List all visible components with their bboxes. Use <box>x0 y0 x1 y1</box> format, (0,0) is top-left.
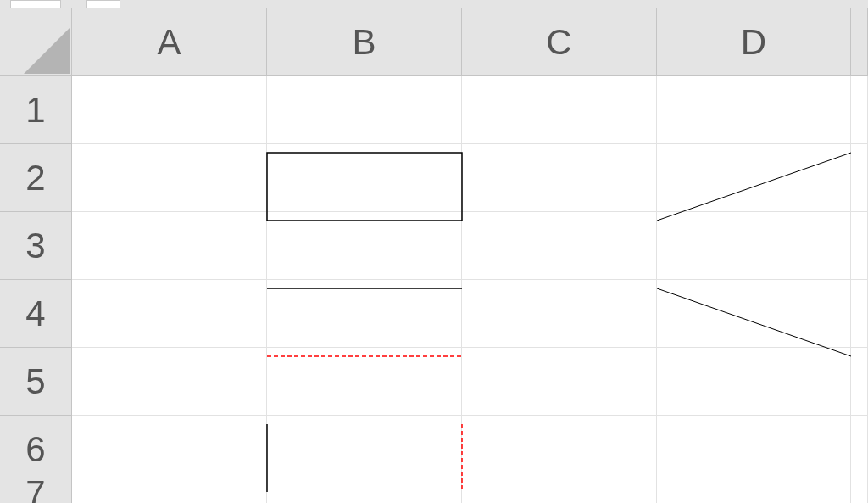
row-6: 6 <box>0 416 868 483</box>
cell-C6[interactable] <box>462 416 657 483</box>
svg-marker-0 <box>24 28 70 74</box>
cell-B6[interactable] <box>267 416 462 483</box>
cell-E5-partial[interactable] <box>851 348 868 416</box>
col-header-B[interactable]: B <box>267 8 462 76</box>
cell-E1-partial[interactable] <box>851 76 868 144</box>
cell-D6[interactable] <box>657 416 851 483</box>
cell-A4[interactable] <box>72 280 267 348</box>
cell-D7[interactable] <box>657 483 851 503</box>
row-1: 1 <box>0 76 868 144</box>
row-4: 4 <box>0 280 868 348</box>
row-header-4[interactable]: 4 <box>0 280 72 348</box>
cell-D1[interactable] <box>657 76 851 144</box>
row-header-1[interactable]: 1 <box>0 76 72 144</box>
cell-E3-partial[interactable] <box>851 212 868 280</box>
row-5: 5 <box>0 348 868 416</box>
row-2: 2 <box>0 144 868 212</box>
row-7-partial: 7 <box>0 483 868 503</box>
cell-B5[interactable] <box>267 348 462 416</box>
cell-C2[interactable] <box>462 144 657 212</box>
cell-C7[interactable] <box>462 483 657 503</box>
col-header-D[interactable]: D <box>657 8 851 76</box>
cell-B3[interactable] <box>267 212 462 280</box>
cell-D3[interactable] <box>657 212 851 280</box>
cell-A7[interactable] <box>72 483 267 503</box>
row-header-5[interactable]: 5 <box>0 348 72 416</box>
cell-B4[interactable] <box>267 280 462 348</box>
name-box-fragment[interactable] <box>10 0 61 8</box>
cell-D5[interactable] <box>657 348 851 416</box>
cell-A5[interactable] <box>72 348 267 416</box>
cell-B2[interactable] <box>267 144 462 212</box>
cell-A1[interactable] <box>72 76 267 144</box>
col-header-C[interactable]: C <box>462 8 657 76</box>
cell-A6[interactable] <box>72 416 267 483</box>
cell-B1[interactable] <box>267 76 462 144</box>
row-3: 3 <box>0 212 868 280</box>
fx-box-fragment[interactable] <box>86 0 120 8</box>
cell-B7[interactable] <box>267 483 462 503</box>
cell-E4-partial[interactable] <box>851 280 868 348</box>
cell-D2[interactable] <box>657 144 851 212</box>
cell-C1[interactable] <box>462 76 657 144</box>
cell-D4[interactable] <box>657 280 851 348</box>
cell-A2[interactable] <box>72 144 267 212</box>
cell-E7-partial[interactable] <box>851 483 868 503</box>
row-header-3[interactable]: 3 <box>0 212 72 280</box>
cell-C3[interactable] <box>462 212 657 280</box>
col-header-E-partial[interactable] <box>851 8 868 76</box>
cell-E2-partial[interactable] <box>851 144 868 212</box>
formula-bar-fragment <box>0 0 868 8</box>
select-all-corner[interactable] <box>0 8 72 76</box>
row-header-2[interactable]: 2 <box>0 144 72 212</box>
spreadsheet-grid: A B C D 1 2 3 4 5 <box>0 8 868 503</box>
select-all-triangle-icon <box>24 28 70 74</box>
cell-E6-partial[interactable] <box>851 416 868 483</box>
column-headers-row: A B C D <box>0 8 868 76</box>
row-header-7[interactable]: 7 <box>0 483 72 503</box>
cell-C5[interactable] <box>462 348 657 416</box>
cell-C4[interactable] <box>462 280 657 348</box>
cell-A3[interactable] <box>72 212 267 280</box>
col-header-A[interactable]: A <box>72 8 267 76</box>
